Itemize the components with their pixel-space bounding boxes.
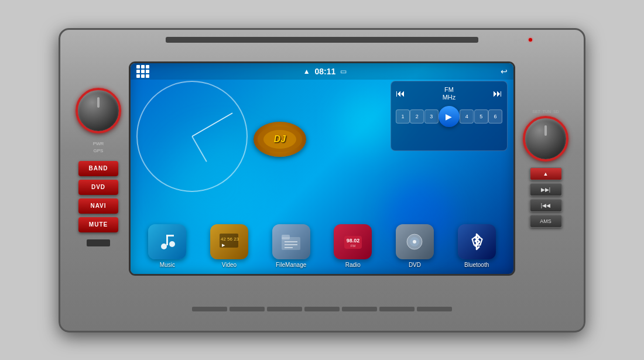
set-tun-label: SET TUN SD xyxy=(532,109,559,114)
main-screen: ▲ 08:11 ▭ ↩ DJ xyxy=(131,63,513,274)
svg-point-3 xyxy=(161,244,167,249)
preset-6-button[interactable]: 6 xyxy=(488,109,502,124)
bluetooth-app-item[interactable]: ⬠ Bluetooth xyxy=(458,224,496,268)
rw-button[interactable]: |◀◀ xyxy=(530,199,562,212)
bottom-slot-3 xyxy=(267,307,302,311)
fm-panel: ⏮ FM MHz ⏭ 1 2 3 ▶ 4 5 6 xyxy=(390,81,508,151)
radio-app-label: Radio xyxy=(345,262,361,268)
app-grid: Music 42 56 23 ▶ Video xyxy=(131,224,513,268)
navi-button[interactable]: NAVI xyxy=(78,198,118,214)
video-app-label: Video xyxy=(222,262,237,268)
svg-point-4 xyxy=(169,241,175,247)
dj-logo: DJ xyxy=(254,122,306,157)
bluetooth-app-icon: ⬠ xyxy=(458,224,496,259)
ams-button[interactable]: AMS xyxy=(530,215,562,228)
right-knob-wrapper xyxy=(525,118,566,159)
usb-slot xyxy=(87,239,110,246)
grid-dot xyxy=(136,70,140,73)
filemanage-app-item[interactable]: FileManage xyxy=(272,224,310,268)
preset-3-button[interactable]: 3 xyxy=(424,109,439,124)
main-row: PWR GPS BAND DVD NAVI MUTE xyxy=(60,46,584,292)
preset-2-button[interactable]: 2 xyxy=(410,109,424,124)
dvd-button[interactable]: DVD xyxy=(78,180,118,195)
grid-dot xyxy=(146,74,149,78)
svg-rect-6 xyxy=(166,235,174,236)
rst-dot xyxy=(529,38,532,42)
svg-point-20 xyxy=(413,240,416,244)
grid-dot xyxy=(136,74,140,78)
clock-circle xyxy=(136,81,248,192)
left-buttons: BAND DVD NAVI MUTE xyxy=(78,161,118,232)
pwr-gps-labels: PWR GPS xyxy=(93,140,104,153)
bottom-slot-4 xyxy=(304,307,340,311)
time-display: 08:11 xyxy=(315,67,336,76)
svg-text:42 56 23: 42 56 23 xyxy=(221,236,239,242)
bottom-area xyxy=(60,292,584,327)
rst-label: RST xyxy=(514,38,525,43)
fm-label: FM MHz xyxy=(443,86,456,101)
grid-dot xyxy=(141,70,145,73)
fm-next-button[interactable]: ⏭ xyxy=(493,88,502,99)
bottom-slot-2 xyxy=(229,307,265,311)
video-app-icon: 42 56 23 ▶ xyxy=(210,224,248,259)
video-app-item[interactable]: 42 56 23 ▶ Video xyxy=(210,224,248,268)
bottom-slot-1 xyxy=(192,307,227,311)
bluetooth-app-label: Bluetooth xyxy=(464,262,489,268)
radio-app-item[interactable]: 98.02 FM Radio xyxy=(334,224,372,268)
svg-text:98.02: 98.02 xyxy=(347,238,360,244)
grid-dot xyxy=(146,65,149,68)
right-knob-ring xyxy=(523,116,568,162)
mute-button[interactable]: MUTE xyxy=(78,217,118,232)
music-app-icon xyxy=(148,224,186,259)
hour-hand xyxy=(191,136,207,162)
fm-presets: 1 2 3 ▶ 4 5 6 xyxy=(396,106,502,127)
status-bar: ▲ 08:11 ▭ ↩ xyxy=(131,63,513,80)
ff-button[interactable]: ▶▶| xyxy=(530,183,562,196)
clock-area xyxy=(136,81,254,198)
dvd-app-item[interactable]: DVD xyxy=(396,224,434,268)
right-buttons: ▲ ▶▶| |◀◀ AMS xyxy=(530,167,562,228)
filemanage-app-label: FileManage xyxy=(276,262,306,268)
fm-top: ⏮ FM MHz ⏭ xyxy=(396,86,502,101)
battery-icon: ▭ xyxy=(340,67,347,76)
preset-5-button[interactable]: 5 xyxy=(474,109,488,124)
bottom-slot-5 xyxy=(342,307,377,311)
cd-slot xyxy=(166,37,478,43)
grid-dot xyxy=(141,74,145,78)
minute-hand xyxy=(192,112,233,137)
car-unit: RST PWR GPS BAND DVD NAVI MUTE xyxy=(59,28,585,332)
dvd-app-icon xyxy=(396,224,434,259)
svg-text:DJ: DJ xyxy=(274,134,287,144)
bottom-slot-6 xyxy=(379,307,415,311)
fm-prev-button[interactable]: ⏮ xyxy=(396,88,405,99)
left-panel: PWR GPS BAND DVD NAVI MUTE xyxy=(66,46,131,292)
svg-text:FM: FM xyxy=(350,244,355,248)
filemanage-app-icon xyxy=(272,224,310,259)
grid-dot xyxy=(136,65,140,68)
left-knob-wrapper xyxy=(78,90,119,131)
music-app-item[interactable]: Music xyxy=(148,224,186,268)
preset-4-button[interactable]: 4 xyxy=(460,109,474,124)
music-app-label: Music xyxy=(160,262,175,268)
svg-rect-11 xyxy=(282,235,290,239)
play-button[interactable]: ▶ xyxy=(439,106,460,127)
grid-menu-icon[interactable] xyxy=(136,65,149,78)
left-knob-ring xyxy=(76,88,121,133)
bokeh-3 xyxy=(338,92,396,151)
wifi-icon: ▲ xyxy=(303,67,310,76)
radio-app-icon: 98.02 FM xyxy=(334,224,372,259)
status-center: ▲ 08:11 ▭ xyxy=(303,67,347,76)
grid-dot xyxy=(141,65,145,68)
band-button[interactable]: BAND xyxy=(78,161,118,176)
preset-1-button[interactable]: 1 xyxy=(396,109,410,124)
dvd-app-label: DVD xyxy=(409,262,421,268)
bottom-slot-7 xyxy=(417,307,452,311)
back-icon[interactable]: ↩ xyxy=(501,67,508,76)
grid-dot xyxy=(146,70,149,73)
right-panel: SET TUN SD ▲ ▶▶| |◀◀ AMS xyxy=(513,46,578,292)
eject-button[interactable]: ▲ xyxy=(530,167,562,180)
